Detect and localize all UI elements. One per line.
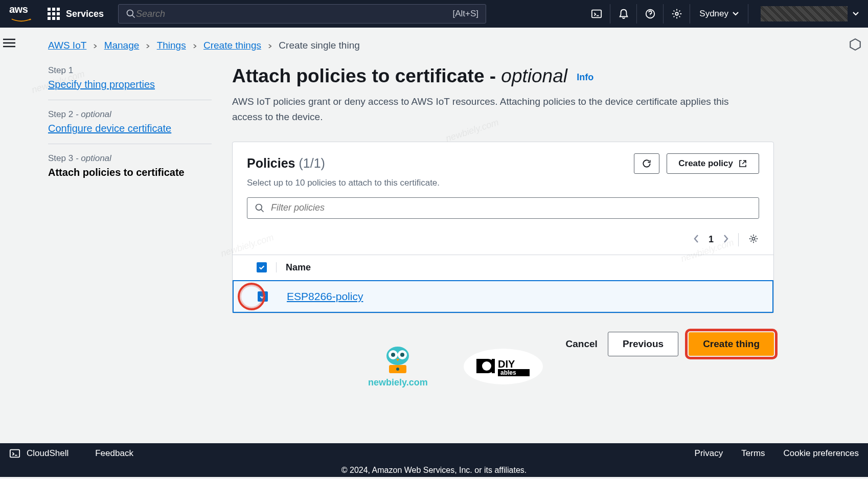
page-next[interactable] bbox=[723, 234, 729, 245]
page-number: 1 bbox=[709, 234, 714, 245]
create-policy-button[interactable]: Create policy bbox=[667, 153, 759, 174]
policies-panel: Policies (1/1) Create policy Select up t… bbox=[232, 142, 774, 313]
filter-input-wrap[interactable] bbox=[247, 197, 759, 219]
page-description: AWS IoT policies grant or deny access to… bbox=[232, 94, 743, 125]
services-label: Services bbox=[66, 9, 104, 19]
search-icon bbox=[126, 9, 136, 19]
svg-point-9 bbox=[256, 204, 262, 210]
pagination: 1 bbox=[233, 228, 773, 255]
table-settings-icon[interactable] bbox=[748, 233, 759, 246]
column-name-header: Name bbox=[277, 262, 311, 273]
chevron-down-icon bbox=[733, 12, 739, 16]
main-content: Attach policies to certificate - optiona… bbox=[232, 65, 774, 372]
cancel-button[interactable]: Cancel bbox=[566, 338, 598, 350]
newbiely-text: newbiely.com bbox=[368, 377, 428, 388]
wizard-steps: Step 1 Specify thing properties Step 2 -… bbox=[48, 65, 232, 372]
breadcrumb-create-things[interactable]: Create things bbox=[203, 40, 261, 51]
top-nav: aws Services [Alt+S] Sydney bbox=[0, 0, 868, 28]
region-selector[interactable]: Sydney bbox=[690, 4, 748, 24]
step-2-label: Step 2 - optional bbox=[48, 109, 212, 120]
cookie-link[interactable]: Cookie preferences bbox=[784, 448, 859, 459]
breadcrumb-aws-iot[interactable]: AWS IoT bbox=[48, 40, 86, 51]
svg-point-20 bbox=[482, 361, 491, 371]
cloudshell-link[interactable]: CloudShell bbox=[27, 448, 68, 459]
feedback-link[interactable]: Feedback bbox=[95, 448, 133, 459]
notifications-icon[interactable] bbox=[610, 4, 636, 24]
services-button[interactable]: Services bbox=[48, 8, 104, 20]
settings-icon[interactable] bbox=[663, 4, 690, 24]
panel-subtitle: Select up to 10 policies to attach to th… bbox=[233, 174, 773, 197]
aws-logo[interactable]: aws bbox=[9, 4, 33, 25]
breadcrumb: AWS IoT › Manage › Things › Create thing… bbox=[48, 40, 846, 51]
external-link-icon bbox=[738, 159, 747, 168]
svg-point-11 bbox=[752, 237, 755, 240]
svg-line-1 bbox=[132, 15, 135, 18]
create-thing-button[interactable]: Create thing bbox=[689, 332, 774, 356]
diyables-logo: DIY ables bbox=[464, 349, 543, 384]
svg-text:ables: ables bbox=[500, 369, 516, 376]
step-3-current: Attach policies to certificate bbox=[48, 167, 212, 178]
search-icon bbox=[255, 203, 265, 213]
privacy-link[interactable]: Privacy bbox=[695, 448, 723, 459]
svg-point-0 bbox=[127, 10, 133, 16]
info-link[interactable]: Info bbox=[577, 72, 593, 82]
cloudshell-icon bbox=[9, 448, 20, 459]
svg-point-4 bbox=[675, 12, 678, 15]
breadcrumb-manage[interactable]: Manage bbox=[104, 40, 140, 51]
table-row[interactable]: ESP8266-policy bbox=[233, 280, 773, 313]
region-label: Sydney bbox=[699, 9, 728, 19]
svg-rect-2 bbox=[592, 10, 601, 18]
step-3-label: Step 3 - optional bbox=[48, 153, 212, 164]
filter-input[interactable] bbox=[271, 202, 751, 213]
breadcrumb-current: Create single thing bbox=[279, 40, 359, 51]
terms-link[interactable]: Terms bbox=[741, 448, 765, 459]
refresh-button[interactable] bbox=[634, 153, 659, 174]
search-shortcut: [Alt+S] bbox=[453, 9, 479, 19]
page-prev[interactable] bbox=[693, 234, 699, 245]
create-policy-label: Create policy bbox=[678, 158, 733, 169]
row-checkbox[interactable] bbox=[258, 291, 268, 302]
newbiely-logo: newbiely.com bbox=[368, 345, 428, 388]
bottom-bar: CloudShell Feedback Privacy Terms Cookie… bbox=[0, 443, 868, 464]
policy-link[interactable]: ESP8266-policy bbox=[278, 290, 363, 303]
breadcrumb-things[interactable]: Things bbox=[157, 40, 186, 51]
svg-rect-25 bbox=[10, 450, 19, 458]
refresh-icon bbox=[642, 158, 652, 169]
watermark-logos: newbiely.com DIY ables bbox=[368, 345, 543, 388]
right-panel-icon[interactable] bbox=[849, 38, 862, 53]
chevron-right-icon: › bbox=[268, 40, 272, 51]
step-1-label: Step 1 bbox=[48, 65, 212, 76]
copyright: © 2024, Amazon Web Services, Inc. or its… bbox=[0, 464, 868, 477]
previous-button[interactable]: Previous bbox=[608, 332, 678, 356]
grid-icon bbox=[48, 8, 60, 20]
svg-marker-8 bbox=[850, 39, 860, 50]
search-bar[interactable]: [Alt+S] bbox=[118, 4, 486, 24]
select-all-checkbox[interactable] bbox=[257, 262, 267, 272]
search-input[interactable] bbox=[136, 9, 452, 19]
svg-point-16 bbox=[400, 353, 404, 357]
step-2-link[interactable]: Configure device certificate bbox=[48, 123, 171, 134]
svg-point-15 bbox=[391, 353, 395, 357]
chevron-right-icon: › bbox=[146, 40, 150, 51]
svg-text:DIY: DIY bbox=[498, 358, 515, 370]
help-icon[interactable] bbox=[636, 4, 663, 24]
panel-title: Policies (1/1) bbox=[247, 156, 325, 171]
cloudshell-icon[interactable] bbox=[583, 4, 610, 24]
svg-line-10 bbox=[261, 209, 264, 212]
side-menu-toggle[interactable] bbox=[3, 38, 15, 50]
chevron-down-icon bbox=[853, 12, 859, 16]
chevron-right-icon: › bbox=[193, 40, 197, 51]
chevron-right-icon: › bbox=[93, 40, 97, 51]
table-header: Name bbox=[233, 255, 773, 280]
step-1-link[interactable]: Specify thing properties bbox=[48, 79, 155, 90]
page-title: Attach policies to certificate - optiona… bbox=[232, 65, 774, 87]
svg-rect-21 bbox=[492, 359, 495, 373]
user-menu[interactable] bbox=[761, 6, 848, 21]
svg-point-19 bbox=[396, 368, 399, 371]
